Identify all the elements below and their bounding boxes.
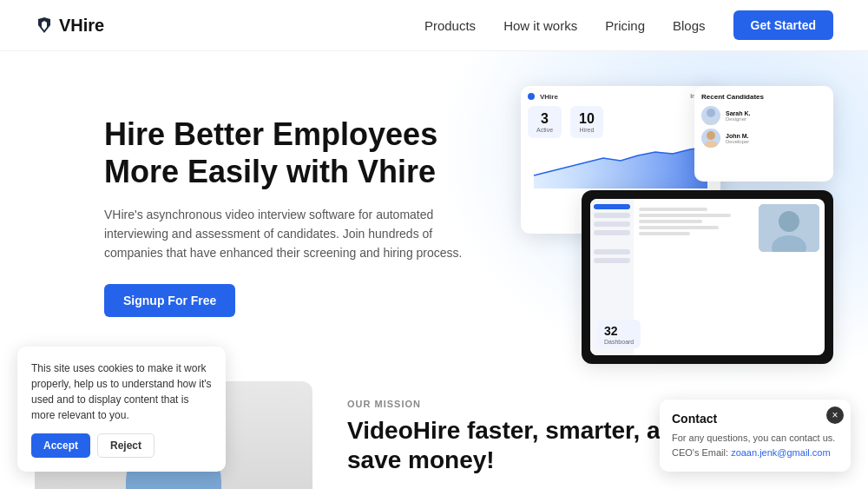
hero-title-line2: More Easily with Vhire <box>104 154 436 189</box>
logo[interactable]: VHire <box>35 16 104 36</box>
brand-name: VHire <box>59 16 104 36</box>
dashboard-card-candidates: Recent Candidates Sarah K. Designer John… <box>694 86 833 182</box>
sidebar-item-4 <box>594 249 630 254</box>
candidate-info-1: Sarah K. Designer <box>726 110 750 122</box>
stat-label-1: Active <box>536 127 553 133</box>
svg-marker-0 <box>534 147 707 188</box>
mission-title-line1: VideoHire faster, smarter, and <box>347 417 690 444</box>
stat-num-2: 10 <box>579 111 595 127</box>
cookie-text: This site uses cookies to make it work p… <box>31 360 212 423</box>
sidebar-item-5 <box>594 258 630 263</box>
tablet-content <box>634 199 825 355</box>
mission-description: vhire brings a new solution to tradition… <box>347 485 738 489</box>
svg-point-4 <box>704 141 718 148</box>
text-line-5 <box>639 232 690 235</box>
mini-chart <box>528 145 713 188</box>
nav-how-it-works[interactable]: How it works <box>503 18 577 33</box>
navbar: VHire Products How it works Pricing Blog… <box>0 0 868 51</box>
text-line-1 <box>639 208 707 211</box>
sidebar-item-1 <box>594 213 630 218</box>
candidate-row-2: John M. Developer <box>701 129 826 148</box>
candidate-info-2: John M. Developer <box>726 133 749 144</box>
stat-box-1: 3 Active <box>528 106 562 138</box>
svg-point-2 <box>704 118 718 125</box>
text-line-3 <box>639 220 702 223</box>
tablet-stat-badge: 32 Dashboard <box>597 320 641 348</box>
stat-label-2: Hired <box>579 127 595 133</box>
stat-box-2: 10 Hired <box>570 106 603 138</box>
hero-title: Hire Better Employees More Easily with V… <box>104 116 469 190</box>
text-lines <box>639 204 753 235</box>
hero-title-line1: Hire Better Employees <box>104 116 437 152</box>
nav-products[interactable]: Products <box>424 18 476 33</box>
text-line-2 <box>639 214 731 217</box>
sidebar-item-3 <box>594 230 630 235</box>
sidebar-item-2 <box>594 221 630 227</box>
cookie-buttons: Accept Reject <box>31 433 212 458</box>
hero-visuals: VHire Insights 3 Active 10 Hired <box>503 86 833 364</box>
hero-text: Hire Better Employees More Easily with V… <box>104 116 469 317</box>
contact-title: Contact <box>672 412 838 426</box>
nav-links: Products How it works Pricing Blogs Get … <box>424 10 833 40</box>
candidates-title: Recent Candidates <box>701 93 826 101</box>
nav-pricing[interactable]: Pricing <box>605 18 645 33</box>
mission-title-line2: save money! <box>347 446 495 473</box>
contact-desc: For any questions, you can contact us. C… <box>672 431 838 459</box>
accept-button[interactable]: Accept <box>31 433 90 458</box>
nav-blogs[interactable]: Blogs <box>673 18 706 33</box>
avatar-1 <box>701 106 720 125</box>
tablet-stat-label: Dashboard <box>604 339 634 345</box>
reject-button[interactable]: Reject <box>97 433 155 458</box>
tablet-stat-num: 32 <box>604 324 618 338</box>
contact-email-link[interactable]: zoaan.jenk@gmail.com <box>731 447 831 458</box>
candidate-row-1: Sarah K. Designer <box>701 106 826 125</box>
hero-section: Hire Better Employees More Easily with V… <box>0 51 868 364</box>
logo-icon <box>35 16 54 35</box>
signup-button[interactable]: Signup For Free <box>104 284 235 317</box>
cookie-banner: This site uses cookies to make it work p… <box>17 347 226 472</box>
stat-num-1: 3 <box>536 111 553 127</box>
svg-point-1 <box>707 109 715 117</box>
dashboard-card-tablet: 32 Dashboard <box>582 190 833 364</box>
hero-description: VHire's asynchronous video interview sof… <box>104 205 469 263</box>
avatar-2 <box>701 129 720 148</box>
text-line-4 <box>639 226 719 229</box>
contact-close-button[interactable]: × <box>826 406 844 424</box>
svg-point-3 <box>707 131 715 140</box>
sidebar-item-active <box>594 204 630 209</box>
get-started-button[interactable]: Get Started <box>733 10 833 40</box>
contact-widget: × Contact For any questions, you can con… <box>660 400 851 472</box>
video-placeholder <box>759 204 819 252</box>
svg-point-6 <box>779 211 799 232</box>
